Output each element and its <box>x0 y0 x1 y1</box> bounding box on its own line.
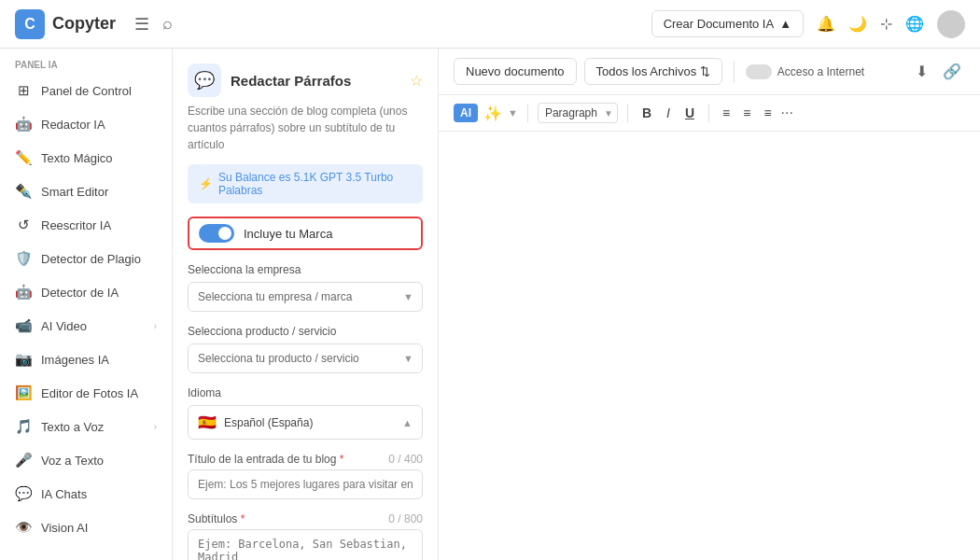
blog-title-label-row: Título de la entrada de tu blog * 0 / 40… <box>188 453 423 466</box>
search-icon[interactable]: ⌕ <box>162 14 173 34</box>
refresh-icon: ↺ <box>15 217 32 233</box>
paragraph-select[interactable]: Paragraph <box>538 103 618 123</box>
avatar[interactable] <box>937 10 965 38</box>
sidebar-item-ia-chats[interactable]: 💬 IA Chats <box>0 477 172 511</box>
sidebar-item-ai-video[interactable]: 📹 AI Video › <box>0 309 172 343</box>
company-select-wrapper: Selecciona tu empresa / marca ▼ <box>188 282 423 312</box>
magic-wand-icon[interactable]: ✨ <box>483 105 502 122</box>
grid-icon: ⊞ <box>15 82 32 99</box>
editor-panel: Nuevo documento Todos los Archivos ⇅ Acc… <box>439 49 980 560</box>
sidebar-item-reescritor-ia[interactable]: ↺ Reescritor IA <box>0 208 172 242</box>
italic-button[interactable]: I <box>662 103 675 123</box>
format-separator <box>527 104 528 122</box>
more-options-icon[interactable]: ··· <box>781 105 793 121</box>
product-select[interactable]: Selecciona tu producto / servicio <box>188 343 423 373</box>
logo[interactable]: C Copyter <box>15 9 116 39</box>
crear-doc-label: Crear Documento IA <box>664 17 775 31</box>
sidebar-item-voz-texto[interactable]: 🎤 Voz a Texto <box>0 443 172 477</box>
sidebar-item-redactor-ia[interactable]: 🤖 Redactor IA <box>0 107 172 141</box>
subtitulos-label: Subtítulos * <box>188 512 245 525</box>
export-button[interactable]: 🔗 <box>939 59 965 84</box>
sidebar-label: Panel de Control <box>41 84 132 98</box>
bold-button[interactable]: B <box>637 103 656 123</box>
sidebar-label: Smart Editor <box>41 185 108 199</box>
idioma-chevron-icon: ▲ <box>402 417 413 428</box>
blog-title-input[interactable] <box>188 469 423 499</box>
sidebar-section-label: PANEL IA <box>0 49 172 74</box>
idioma-label: Idioma <box>188 386 423 399</box>
ai-badge[interactable]: AI <box>454 104 478 122</box>
tool-title: Redactar Párrafos <box>231 73 351 89</box>
editor-area[interactable] <box>439 132 980 560</box>
crear-documento-button[interactable]: Crear Documento IA ▲ <box>651 10 804 37</box>
music-icon: 🎵 <box>15 418 32 435</box>
sidebar-label: Texto Mágico <box>41 151 113 165</box>
sidebar-label: Detector de IA <box>41 286 119 300</box>
incluye-marca-toggle[interactable] <box>199 224 234 243</box>
edit-icon: ✒️ <box>15 183 32 200</box>
sidebar-item-vision-ai[interactable]: 👁️ Vision AI <box>0 511 172 544</box>
format-bar: AI ✨ ▼ Paragraph ▼ B I U ≡ ≡ ≡ ··· <box>439 95 980 132</box>
sidebar-item-imagenes-ia[interactable]: 📷 Imágenes IA <box>0 343 172 376</box>
sidebar-item-panel-control[interactable]: ⊞ Panel de Control <box>0 74 172 107</box>
company-select[interactable]: Selecciona tu empresa / marca <box>188 282 423 312</box>
moon-icon[interactable]: 🌙 <box>848 15 867 33</box>
acceso-internet-toggle[interactable]: Acceso a Internet <box>746 64 864 79</box>
format-separator2 <box>627 104 628 122</box>
magic-chevron-icon[interactable]: ▼ <box>508 107 518 119</box>
sidebar-label: Imágenes IA <box>41 353 109 367</box>
robot-icon: 🤖 <box>15 116 32 133</box>
toolbar-divider <box>734 61 735 83</box>
todos-archivos-label: Todos los Archivos <box>596 64 697 78</box>
sidebar-label: Voz a Texto <box>41 454 104 468</box>
subtitulos-textarea[interactable] <box>188 529 423 560</box>
download-button[interactable]: ⬇ <box>912 59 931 84</box>
sidebar-label: Vision AI <box>41 521 88 535</box>
sidebar-item-texto-voz[interactable]: 🎵 Texto a Voz › <box>0 410 172 443</box>
menu-icon[interactable]: ☰ <box>134 14 149 35</box>
topnav-left-icons: ☰ ⌕ <box>134 14 173 35</box>
star-icon[interactable]: ☆ <box>410 72 423 90</box>
sidebar-item-detector-plagio[interactable]: 🛡️ Detector de Plagio <box>0 242 172 275</box>
main-layout: PANEL IA ⊞ Panel de Control 🤖 Redactor I… <box>0 49 980 560</box>
photo-editor-icon: 🖼️ <box>15 385 32 401</box>
chevron-right-icon: › <box>154 422 157 432</box>
chevron-right-icon: › <box>154 321 157 331</box>
tool-description: Escribe una sección de blog completa (un… <box>188 103 423 153</box>
sidebar-item-smart-editor[interactable]: ✒️ Smart Editor <box>0 175 172 208</box>
product-label: Selecciona producto / servicio <box>188 325 423 338</box>
required-marker: * <box>340 453 344 466</box>
sort-icon: ⇅ <box>700 64 710 78</box>
topnav-right: Crear Documento IA ▲ 🔔 🌙 ⊹ 🌐 <box>651 10 965 38</box>
todos-archivos-button[interactable]: Todos los Archivos ⇅ <box>584 58 722 85</box>
move-icon[interactable]: ⊹ <box>880 15 892 33</box>
required-marker2: * <box>241 512 245 525</box>
align-right-icon[interactable]: ≡ <box>760 103 775 123</box>
align-center-icon[interactable]: ≡ <box>739 103 754 123</box>
idioma-selector[interactable]: 🇪🇸 Español (España) ▲ <box>188 405 423 440</box>
paragraph-select-wrapper: Paragraph ▼ <box>538 103 618 123</box>
balance-text: Su Balance es 5.1K GPT 3.5 Turbo Palabra… <box>218 171 412 197</box>
bell-icon[interactable]: 🔔 <box>817 15 835 33</box>
tool-card-header: 💬 Redactar Párrafos ☆ <box>188 63 423 97</box>
top-navigation: C Copyter ☰ ⌕ Crear Documento IA ▲ 🔔 🌙 ⊹… <box>0 0 980 49</box>
sidebar-label: Redactor IA <box>41 118 105 132</box>
sidebar-item-editor-fotos[interactable]: 🖼️ Editor de Fotos IA <box>0 376 172 410</box>
idioma-value: Español (España) <box>224 416 395 429</box>
eye-icon: 👁️ <box>15 519 32 536</box>
company-label: Selecciona la empresa <box>188 263 423 276</box>
blog-title-counter: 0 / 400 <box>388 453 423 466</box>
globe-icon[interactable]: 🌐 <box>905 15 924 33</box>
sidebar-item-texto-magico[interactable]: ✏️ Texto Mágico <box>0 141 172 175</box>
nuevo-documento-button[interactable]: Nuevo documento <box>454 58 577 85</box>
align-left-icon[interactable]: ≡ <box>719 103 734 123</box>
sidebar-item-detector-ia[interactable]: 🤖 Detector de IA <box>0 275 172 309</box>
crear-doc-chevron: ▲ <box>779 17 791 31</box>
incluye-marca-toggle-row[interactable]: Incluye tu Marca <box>188 217 423 250</box>
bolt-icon: ⚡ <box>199 177 213 190</box>
sidebar-label: AI Video <box>41 319 87 333</box>
underline-button[interactable]: U <box>680 103 699 123</box>
logo-text: Copyter <box>52 14 116 34</box>
internet-toggle-switch[interactable] <box>746 64 772 79</box>
balance-bar: ⚡ Su Balance es 5.1K GPT 3.5 Turbo Palab… <box>188 164 423 203</box>
